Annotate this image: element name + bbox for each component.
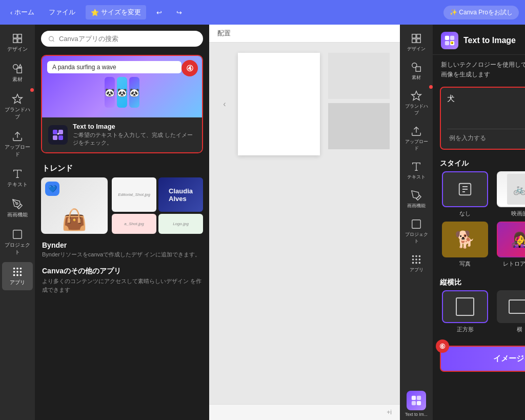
- generate-button[interactable]: イメージを作成: [440, 346, 525, 372]
- sidebar-item-design[interactable]: デザイン: [2, 29, 33, 57]
- trend-cell-1: Editorial_Shot.jpg: [112, 177, 156, 212]
- style-section-header: スタイル すべて表示: [433, 155, 525, 171]
- trend-main-image: 💙 👜: [41, 177, 108, 234]
- example-label: 例を入力する: [449, 134, 486, 143]
- prompt-area[interactable]: 犬 ⑤ 🎲 例を入力する +: [440, 87, 525, 150]
- style-item-none[interactable]: なし: [440, 171, 491, 217]
- file-button[interactable]: ファイル: [45, 6, 79, 19]
- trend-card: 💙 👜 Editorial_Shot.jpg ClaudiaAlves a_Sh…: [41, 177, 203, 234]
- square-shape: [456, 297, 474, 316]
- prompt-display: A panda surfing a wave: [47, 61, 181, 73]
- right-sidebar-item-text[interactable]: テキスト: [401, 157, 432, 185]
- project-icon: [12, 229, 23, 240]
- ratio-box-landscape: [497, 290, 525, 323]
- right-project-icon: [411, 218, 422, 230]
- canvas-arrow-left[interactable]: ‹: [219, 53, 230, 155]
- bynder-desc: Bynderリソースをcanvaで作成したデザ インに追加できます。: [35, 250, 209, 264]
- file-label: ファイル: [49, 8, 75, 17]
- style-thumb-none: [442, 171, 488, 207]
- svg-point-36: [415, 258, 417, 261]
- canva-pro-button[interactable]: ✨ Canva Proをお試し: [443, 6, 519, 19]
- sidebar-item-brand[interactable]: ブランドハブ: [2, 89, 33, 125]
- upload-icon: [12, 131, 23, 142]
- svg-rect-1: [18, 34, 22, 38]
- search-bar: [41, 31, 203, 47]
- prompt-input[interactable]: 犬: [447, 94, 525, 125]
- search-input[interactable]: [59, 35, 196, 43]
- svg-rect-47: [445, 41, 449, 45]
- ratio-item-landscape[interactable]: 横: [495, 290, 525, 333]
- svg-rect-0: [13, 34, 17, 38]
- main-content: デザイン 素材 ブランドハブ アップロード テキスト 画画機能 プロジェクト: [0, 25, 525, 420]
- search-icon: [48, 35, 55, 43]
- style-thumb-photo: 🐕: [442, 222, 488, 257]
- panda-thumb-1: 🐼: [105, 77, 115, 108]
- chevron-left-icon: ‹: [10, 9, 12, 16]
- prompt-example-btn[interactable]: 例を入力する +: [447, 129, 525, 143]
- style-item-photo[interactable]: 🐕 写真: [440, 222, 491, 268]
- svg-rect-5: [17, 68, 22, 73]
- right-sidebar-item-draw[interactable]: 画画機能: [401, 186, 432, 213]
- canvas-thumbnail-2[interactable]: [328, 103, 390, 149]
- ratio-label-landscape: 横: [517, 326, 522, 333]
- svg-point-13: [16, 271, 18, 273]
- sidebar-item-text[interactable]: テキスト: [2, 164, 33, 192]
- ratio-item-square[interactable]: 正方形: [440, 290, 491, 333]
- svg-point-17: [20, 274, 22, 276]
- featured-card-info: ✦ Text to Image ご希望のテキストを入力して、完成 したイメージを…: [42, 117, 202, 152]
- sidebar-item-project[interactable]: プロジェクト: [2, 225, 33, 260]
- right-sidebar-item-elements[interactable]: 素材: [401, 57, 432, 85]
- canvas-topbar: 配置: [209, 25, 400, 43]
- right-sidebar-item-apps[interactable]: アプリ: [401, 250, 432, 277]
- redo-button[interactable]: ↪: [172, 7, 186, 18]
- undo-button[interactable]: ↩: [152, 7, 166, 18]
- resize-button[interactable]: ⭐ サイズを変更: [86, 5, 146, 19]
- svg-rect-41: [412, 396, 416, 400]
- trend-grid: Editorial_Shot.jpg ClaudiaAlves a_Shot.j…: [112, 177, 203, 234]
- trend-cell-2: ClaudiaAlves: [158, 177, 203, 212]
- text-to-image-sidebar-btn[interactable]: Text to Im...: [401, 388, 432, 420]
- svg-rect-24: [412, 34, 416, 38]
- right-panel: ✦ Text to Image 新しいテクノロジーを使用して、テキストからあ ら…: [433, 25, 525, 420]
- svg-point-33: [415, 255, 417, 257]
- svg-point-10: [16, 268, 18, 270]
- sidebar-item-elements[interactable]: 素材: [2, 59, 33, 87]
- sidebar-item-upload[interactable]: アップロード: [2, 127, 33, 162]
- svg-point-40: [419, 262, 421, 264]
- trend-cell-4: Logo.jpg: [158, 214, 203, 234]
- panda-area: A panda surfing a wave ④ 🐼 🐼 🐼: [42, 56, 202, 117]
- elements-icon: [12, 63, 23, 74]
- landscape-shape: [509, 299, 525, 314]
- style-item-cinema[interactable]: 🚲 映画的: [495, 171, 525, 217]
- sidebar-item-draw[interactable]: 画画機能: [2, 194, 33, 223]
- bag-icon: 👜: [62, 208, 87, 232]
- svg-rect-27: [417, 39, 420, 43]
- svg-rect-42: [417, 396, 421, 400]
- canvas-content: ‹: [209, 43, 400, 404]
- ratio-grid: 正方形 横 縦: [433, 290, 525, 342]
- left-panel: A panda surfing a wave ④ 🐼 🐼 🐼 ✦: [35, 25, 209, 420]
- back-button[interactable]: ‹ ホーム: [6, 6, 38, 19]
- style-thumb-cinema: 🚲: [497, 171, 525, 207]
- style-title: スタイル: [440, 159, 469, 168]
- canvas-page[interactable]: [238, 53, 320, 155]
- right-sidebar-item-design[interactable]: デザイン: [401, 29, 432, 56]
- brand-icon: [12, 93, 23, 105]
- style-item-retro[interactable]: 👩‍🎤 レトロアニメ: [495, 222, 525, 268]
- right-sidebar-item-upload[interactable]: アップロード: [401, 122, 432, 156]
- svg-point-37: [419, 258, 421, 261]
- generate-btn-area: ⑥ イメージを作成: [433, 342, 525, 380]
- svg-point-16: [16, 274, 18, 276]
- svg-rect-26: [412, 39, 416, 43]
- right-sidebar-item-project[interactable]: プロジェクト: [401, 214, 432, 249]
- svg-text:✦: ✦: [451, 42, 453, 45]
- svg-point-12: [13, 271, 15, 273]
- right-sidebar-item-brand[interactable]: ブランドハブ: [401, 86, 432, 121]
- bynder-title: Bynder: [35, 238, 209, 250]
- sidebar-item-apps[interactable]: アプリ: [2, 262, 33, 290]
- apps-icon: [12, 266, 23, 277]
- ratio-label-square: 正方形: [457, 326, 474, 333]
- bynder-heart-icon: 💙: [45, 182, 59, 196]
- featured-app-card[interactable]: A panda surfing a wave ④ 🐼 🐼 🐼 ✦: [41, 55, 203, 153]
- canvas-thumbnail-1[interactable]: [328, 53, 390, 99]
